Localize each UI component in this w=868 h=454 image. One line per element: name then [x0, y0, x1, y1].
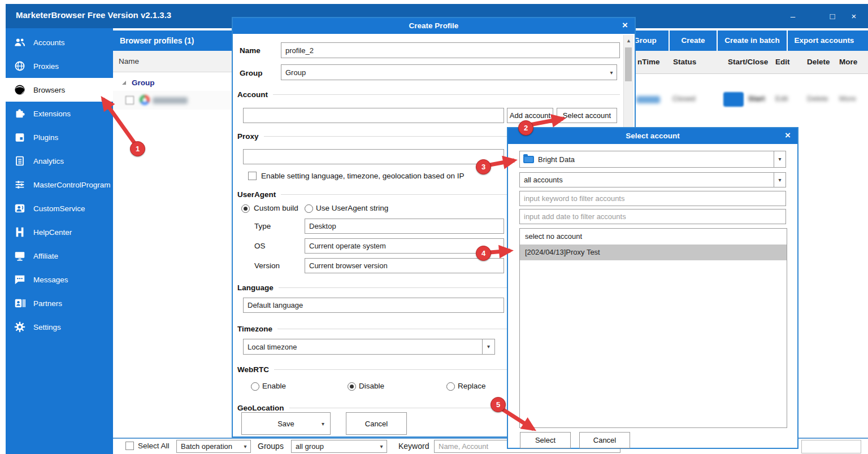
enable-ip-checkbox[interactable]	[248, 172, 257, 180]
sidebar-item-customservice[interactable]: CustomService	[6, 197, 113, 220]
webrtc-replace-radio[interactable]	[446, 382, 455, 391]
select-all-checkbox[interactable]	[125, 442, 134, 450]
sidebar-item-mastercontrolprogram[interactable]: MasterControlProgram	[6, 173, 113, 197]
save-button[interactable]: Save ▾	[241, 412, 331, 435]
account-folder-select[interactable]: Bright Data ▾	[519, 151, 786, 168]
name-column-header[interactable]: Name	[113, 51, 235, 72]
sidebar-item-accounts[interactable]: Accounts	[6, 30, 113, 54]
more-cell[interactable]: More	[839, 94, 856, 103]
minimize-icon[interactable]: –	[784, 10, 801, 23]
proxies-icon	[14, 60, 26, 72]
sidebar-item-analytics[interactable]: Analytics	[6, 149, 113, 173]
column-more[interactable]: More	[839, 51, 857, 73]
scroll-up-icon[interactable]: ▲	[624, 36, 633, 45]
group-label: Group	[240, 69, 263, 77]
app-window: MarketerBrowser Free Version v2.1.3.3 – …	[0, 0, 868, 454]
close-icon[interactable]: ×	[619, 18, 631, 34]
chevron-down-icon: ▾	[774, 151, 785, 167]
close-icon[interactable]: ×	[782, 128, 794, 144]
select-button[interactable]: Select	[520, 432, 571, 448]
edit-cell[interactable]: Edit	[775, 94, 788, 103]
batch-operation-select[interactable]: Batch operation ▾	[176, 440, 251, 453]
sidebar-item-label: MasterControlProgram	[33, 181, 111, 189]
os-label: OS	[254, 242, 266, 250]
account-input[interactable]	[243, 108, 504, 123]
account-scope-select[interactable]: all accounts ▾	[519, 172, 786, 187]
start-cell[interactable]: Start	[748, 94, 765, 103]
folder-icon	[523, 156, 534, 163]
sidebar-item-settings[interactable]: Settings	[6, 315, 113, 339]
export-accounts-button[interactable]: Export accounts	[787, 30, 861, 51]
cancel-button[interactable]: Cancel	[346, 412, 407, 435]
cancel-button[interactable]: Cancel	[579, 432, 630, 448]
scrollbar-thumb[interactable]	[625, 47, 632, 81]
name-label: Name	[240, 46, 261, 55]
ua-string-radio[interactable]	[305, 204, 313, 213]
column-opentime[interactable]: nTime	[637, 51, 660, 73]
close-icon[interactable]: ×	[845, 10, 862, 23]
column-edit[interactable]: Edit	[775, 51, 790, 73]
select-account-button[interactable]: Select account	[557, 108, 617, 123]
column-status[interactable]: Status	[673, 51, 696, 73]
list-item-proxy-test[interactable]: [2024/04/13]Proxy Test	[520, 245, 787, 260]
custom-build-label: Custom build	[254, 204, 298, 212]
proxy-input[interactable]	[243, 149, 504, 164]
sidebar-item-label: Plugins	[33, 133, 58, 142]
enable-ip-label: Enable setting language, timezone, geolo…	[261, 172, 465, 180]
sidebar-item-browsers[interactable]: Browsers	[6, 78, 113, 102]
help-center-icon	[14, 226, 26, 238]
bottom-right-box[interactable]	[801, 440, 861, 453]
chevron-down-icon: ▾	[240, 443, 250, 449]
column-delete[interactable]: Delete	[807, 51, 830, 73]
affiliate-icon	[14, 250, 26, 262]
profile-name-input[interactable]	[281, 42, 620, 58]
step-1-badge: 1	[130, 141, 145, 156]
profiles-table-header: nTime Status Start/Close Edit Delete Mor…	[622, 51, 868, 74]
type-input[interactable]	[305, 219, 504, 234]
sidebar-item-proxies[interactable]: Proxies	[6, 54, 113, 78]
language-input[interactable]	[243, 298, 504, 313]
sidebar-item-plugins[interactable]: Plugins	[6, 125, 113, 149]
tree-expander-icon[interactable]	[122, 81, 126, 85]
step-2-badge: 2	[518, 120, 533, 136]
maximize-icon[interactable]: □	[824, 10, 841, 23]
table-row[interactable]: Closed Start Edit Delete More	[622, 88, 868, 111]
webrtc-enable-radio[interactable]	[251, 382, 259, 391]
start-toggle[interactable]	[723, 92, 744, 107]
create-in-batch-button[interactable]: Create in batch	[717, 30, 787, 51]
column-start-close[interactable]: Start/Close	[728, 51, 768, 73]
sidebar-item-partners[interactable]: Partners	[6, 291, 113, 315]
custom-build-radio[interactable]	[241, 204, 250, 213]
filter-date-input[interactable]	[519, 209, 786, 224]
step-5-badge: 5	[491, 397, 506, 412]
tree-group-node[interactable]: Group	[113, 75, 235, 90]
profile-row-redacted[interactable]	[113, 91, 235, 110]
window-title: MarketerBrowser Free Version v2.1.3.3	[16, 10, 171, 20]
list-item-no-account[interactable]: select no account	[520, 229, 787, 245]
chevron-down-icon: ▾	[376, 443, 387, 449]
profiles-panel-header: Browser profiles (1)	[113, 30, 235, 51]
add-account-button[interactable]: Add account	[507, 108, 553, 123]
filter-keyword-input[interactable]	[519, 191, 786, 206]
timezone-select[interactable]: Local timezone ▾	[243, 339, 495, 355]
keyword-label: Keyword	[398, 442, 429, 451]
os-input[interactable]	[305, 238, 504, 254]
sidebar-item-messages[interactable]: Messages	[6, 268, 113, 291]
step-3-badge: 3	[476, 159, 491, 174]
groups-select[interactable]: all group ▾	[291, 440, 387, 453]
redacted-opentime-cell	[636, 96, 660, 103]
settings-gear-icon	[14, 321, 26, 333]
accounts-list: select no account [2024/04/13]Proxy Test	[519, 228, 787, 428]
create-profile-title: Create Profile	[233, 18, 635, 34]
browsers-icon	[14, 84, 26, 96]
sidebar-item-helpcenter[interactable]: HelpCenter	[6, 220, 113, 244]
sidebar-item-affiliate[interactable]: Affiliate	[6, 244, 113, 268]
webrtc-disable-radio[interactable]	[348, 382, 356, 391]
delete-cell[interactable]: Delete	[807, 94, 828, 103]
create-button[interactable]: Create	[669, 30, 717, 51]
sidebar-item-extensions[interactable]: Extensions	[6, 102, 113, 125]
version-input[interactable]	[305, 258, 504, 273]
profile-checkbox[interactable]	[125, 96, 134, 104]
webrtc-enable-label: Enable	[262, 382, 286, 390]
profile-group-select[interactable]: Group ▾	[281, 64, 617, 80]
